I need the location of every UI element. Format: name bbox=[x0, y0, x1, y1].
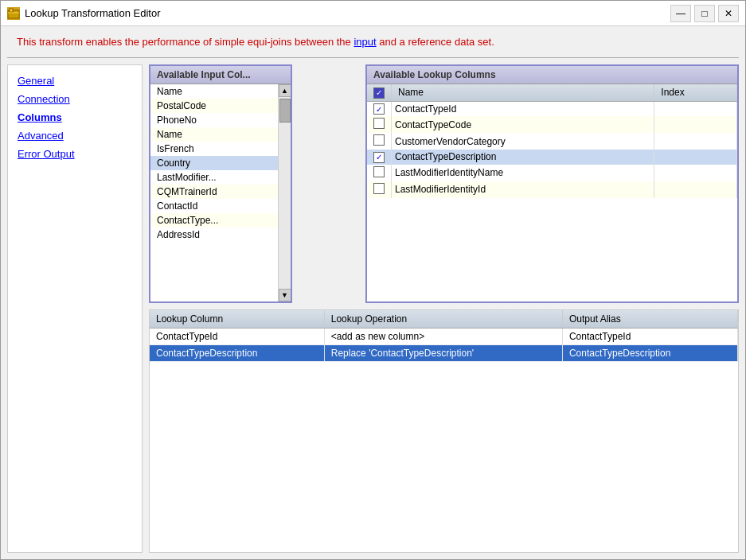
scroll-down-arrow[interactable]: ▼ bbox=[279, 289, 291, 301]
sidebar: General Connection Columns Advanced Erro… bbox=[7, 64, 143, 553]
top-panels: Available Input Col... Name PostalCode P… bbox=[149, 64, 739, 303]
list-item[interactable]: PhoneNo bbox=[150, 113, 278, 127]
mapping-header-lookup-col: Lookup Column bbox=[150, 310, 324, 329]
list-item[interactable]: Country bbox=[150, 156, 278, 170]
input-columns-scrollbar[interactable]: ▲ ▼ bbox=[278, 84, 291, 301]
maximize-button[interactable]: □ bbox=[694, 5, 715, 22]
row-checkbox[interactable] bbox=[373, 183, 385, 194]
row-checkbox-cell[interactable] bbox=[367, 116, 392, 133]
window-title: Lookup Transformation Editor bbox=[25, 7, 670, 19]
row-checkbox-cell[interactable]: ✓ bbox=[367, 101, 392, 116]
list-item[interactable]: ContactId bbox=[150, 199, 278, 213]
lookup-col-name: LastModifierIdentityName bbox=[392, 165, 654, 181]
sidebar-item-advanced[interactable]: Advanced bbox=[8, 126, 142, 145]
row-checkbox[interactable] bbox=[373, 166, 385, 177]
sidebar-item-columns[interactable]: Columns bbox=[8, 108, 142, 126]
description-text-before: This transform enables the performance o… bbox=[17, 36, 353, 48]
col-header-index: Index bbox=[654, 84, 737, 101]
lookup-col-index bbox=[654, 181, 737, 198]
table-row[interactable]: ContactTypeId <add as new column> Contac… bbox=[150, 329, 738, 345]
lookup-col-name: ContactTypeCode bbox=[392, 116, 654, 133]
title-bar: Lookup Transformation Editor — □ ✕ bbox=[1, 1, 745, 26]
minimize-button[interactable]: — bbox=[670, 5, 691, 22]
lookup-col-name: ContactTypeId bbox=[392, 101, 654, 116]
input-columns-title: Available Input Col... bbox=[150, 66, 291, 84]
list-item[interactable]: PostalCode bbox=[150, 99, 278, 113]
svg-rect-2 bbox=[8, 12, 19, 14]
lookup-columns-table: ✓ Name Index ✓ ContactTypeI bbox=[367, 84, 737, 198]
mapping-lookup-col: ContactTypeId bbox=[150, 329, 324, 345]
list-item[interactable]: IsFrench bbox=[150, 142, 278, 156]
table-row[interactable]: ContactTypeDescription Replace 'ContactT… bbox=[150, 345, 738, 362]
mapping-alias: ContactTypeId bbox=[562, 329, 737, 345]
lookup-col-index bbox=[654, 116, 737, 133]
row-checkbox[interactable] bbox=[373, 118, 385, 129]
mapping-header-operation: Lookup Operation bbox=[324, 310, 562, 329]
scroll-thumb[interactable] bbox=[279, 99, 291, 122]
mapping-alias: ContactTypeDescription bbox=[562, 345, 737, 362]
lookup-col-index bbox=[654, 133, 737, 150]
row-checkbox-cell[interactable] bbox=[367, 165, 392, 181]
lookup-col-name: CustomerVendorCategory bbox=[392, 133, 654, 150]
row-checkbox[interactable]: ✓ bbox=[373, 103, 385, 115]
table-row[interactable]: ContactTypeCode bbox=[367, 116, 737, 133]
close-button[interactable]: ✕ bbox=[718, 5, 739, 22]
row-checkbox[interactable] bbox=[373, 134, 385, 146]
sidebar-item-general[interactable]: General bbox=[8, 72, 142, 90]
content-area: Available Input Col... Name PostalCode P… bbox=[149, 64, 739, 553]
description-text-after: and a reference data set. bbox=[377, 36, 494, 48]
mapping-header-alias: Output Alias bbox=[562, 310, 737, 329]
col-header-name: Name bbox=[392, 84, 654, 101]
title-bar-buttons: — □ ✕ bbox=[670, 5, 739, 22]
input-columns-panel: Available Input Col... Name PostalCode P… bbox=[149, 64, 292, 303]
lookup-col-name: ContactTypeDescription bbox=[392, 150, 654, 165]
list-item[interactable]: Name bbox=[150, 84, 278, 99]
row-checkbox-cell[interactable] bbox=[367, 181, 392, 198]
lookup-col-index bbox=[654, 165, 737, 181]
list-item[interactable]: Name bbox=[150, 127, 278, 142]
scroll-up-arrow[interactable]: ▲ bbox=[279, 84, 291, 97]
lookup-col-index bbox=[654, 150, 737, 165]
list-item[interactable]: AddressId bbox=[150, 228, 278, 242]
mapping-operation: Replace 'ContactTypeDescription' bbox=[324, 345, 562, 362]
window-icon bbox=[7, 7, 20, 20]
main-window: Lookup Transformation Editor — □ ✕ This … bbox=[0, 0, 746, 560]
mapping-lookup-col: ContactTypeDescription bbox=[150, 345, 324, 362]
lookup-columns-panel: Available Lookup Columns ✓ Name Index bbox=[365, 64, 739, 303]
list-item[interactable]: CQMTrainerId bbox=[150, 185, 278, 199]
svg-rect-1 bbox=[10, 9, 13, 12]
row-checkbox-cell[interactable] bbox=[367, 133, 392, 150]
mapping-panel: Lookup Column Lookup Operation Output Al… bbox=[149, 309, 739, 553]
table-row[interactable]: ✓ ContactTypeId bbox=[367, 101, 737, 116]
table-row[interactable]: LastModifierIdentityId bbox=[367, 181, 737, 198]
table-row[interactable]: LastModifierIdentityName bbox=[367, 165, 737, 181]
sidebar-item-error-output[interactable]: Error Output bbox=[8, 145, 142, 163]
select-all-checkbox[interactable]: ✓ bbox=[373, 88, 385, 99]
table-row[interactable]: ✓ ContactTypeDescription bbox=[367, 150, 737, 165]
description-bar: This transform enables the performance o… bbox=[1, 26, 745, 57]
mapping-operation: <add as new column> bbox=[324, 329, 562, 345]
col-header-checkbox: ✓ bbox=[367, 84, 392, 101]
row-checkbox[interactable]: ✓ bbox=[373, 152, 385, 163]
table-row[interactable]: CustomerVendorCategory bbox=[367, 133, 737, 150]
lookup-col-index bbox=[654, 101, 737, 116]
lookup-col-name: LastModifierIdentityId bbox=[392, 181, 654, 198]
lookup-columns-title: Available Lookup Columns bbox=[367, 66, 737, 84]
main-area: General Connection Columns Advanced Erro… bbox=[1, 58, 745, 559]
input-link[interactable]: input bbox=[353, 36, 376, 48]
row-checkbox-cell[interactable]: ✓ bbox=[367, 150, 392, 165]
mapping-table: Lookup Column Lookup Operation Output Al… bbox=[150, 310, 738, 362]
list-item[interactable]: ContactType... bbox=[150, 213, 278, 228]
list-item[interactable]: LastModifier... bbox=[150, 170, 278, 185]
sidebar-item-connection[interactable]: Connection bbox=[8, 90, 142, 108]
input-columns-items: Name PostalCode PhoneNo Name IsFrench Co… bbox=[150, 84, 278, 301]
input-columns-list[interactable]: Name PostalCode PhoneNo Name IsFrench Co… bbox=[150, 84, 291, 301]
